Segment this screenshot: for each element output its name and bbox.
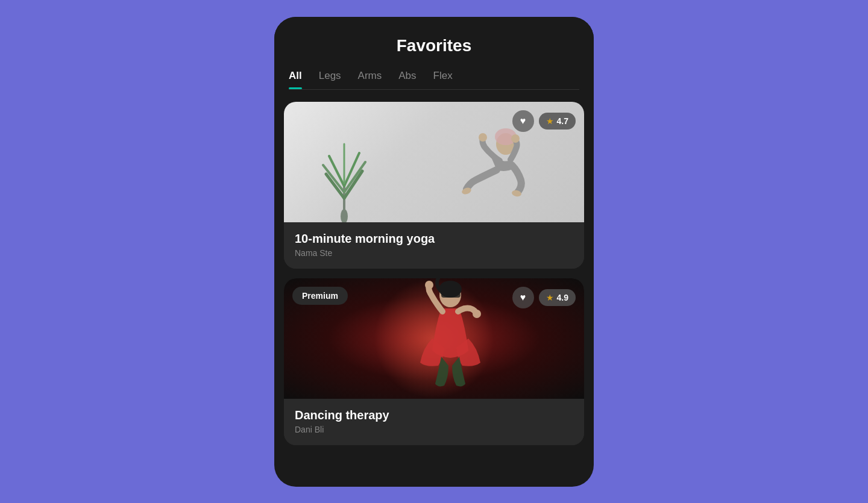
yoga-rating-badge: ★ 4.7 [539, 113, 576, 130]
premium-badge: Premium [292, 287, 348, 305]
page-title: Favorites [289, 36, 579, 55]
svg-line-2 [326, 174, 344, 198]
card-dance[interactable]: Premium ♥ ★ 4.9 Dancing therapy Dani Bli [284, 278, 584, 445]
tab-arms[interactable]: Arms [358, 70, 382, 89]
yoga-card-info: 10-minute morning yoga Nama Ste [284, 222, 584, 269]
svg-point-17 [425, 281, 433, 289]
page-header: Favorites All Legs Arms Abs Flex [274, 17, 594, 90]
heart-icon: ♥ [520, 116, 526, 127]
yoga-favorite-button[interactable]: ♥ [512, 110, 534, 132]
dance-card-title: Dancing therapy [295, 408, 573, 422]
tabs-bar: All Legs Arms Abs Flex [289, 70, 579, 89]
content-area: ♥ ★ 4.7 10-minute morning yoga Nama Ste [274, 90, 594, 487]
dance-premium-badge-container: Premium [292, 287, 348, 305]
dance-card-subtitle: Dani Bli [295, 425, 573, 434]
svg-point-19 [439, 281, 462, 298]
svg-point-14 [511, 134, 520, 143]
dance-card-info: Dancing therapy Dani Bli [284, 399, 584, 445]
plant-decoration [320, 138, 368, 222]
dance-card-badges: ♥ ★ 4.9 [512, 287, 576, 308]
yoga-card-subtitle: Nama Ste [295, 248, 573, 258]
star-icon: ★ [546, 116, 554, 126]
tab-flex[interactable]: Flex [433, 70, 453, 89]
yoga-card-title: 10-minute morning yoga [295, 232, 573, 246]
yoga-card-badges: ♥ ★ 4.7 [512, 110, 576, 132]
card-dance-image: Premium ♥ ★ 4.9 [284, 278, 584, 399]
phone-frame: Favorites All Legs Arms Abs Flex [274, 17, 594, 487]
dance-rating: 4.9 [557, 293, 568, 302]
card-yoga-image: ♥ ★ 4.7 [284, 102, 584, 222]
yoga-rating: 4.7 [557, 116, 568, 126]
heart-icon-dance: ♥ [520, 292, 526, 303]
tab-all[interactable]: All [289, 70, 302, 89]
dance-favorite-button[interactable]: ♥ [512, 287, 534, 308]
svg-line-3 [344, 171, 362, 198]
card-yoga[interactable]: ♥ ★ 4.7 10-minute morning yoga Nama Ste [284, 102, 584, 269]
svg-point-13 [479, 133, 487, 142]
dance-rating-badge: ★ 4.9 [539, 289, 576, 306]
tab-abs[interactable]: Abs [398, 70, 416, 89]
dance-person [405, 278, 502, 399]
star-icon-dance: ★ [546, 293, 554, 302]
svg-point-18 [473, 310, 481, 318]
tab-legs[interactable]: Legs [319, 70, 341, 89]
